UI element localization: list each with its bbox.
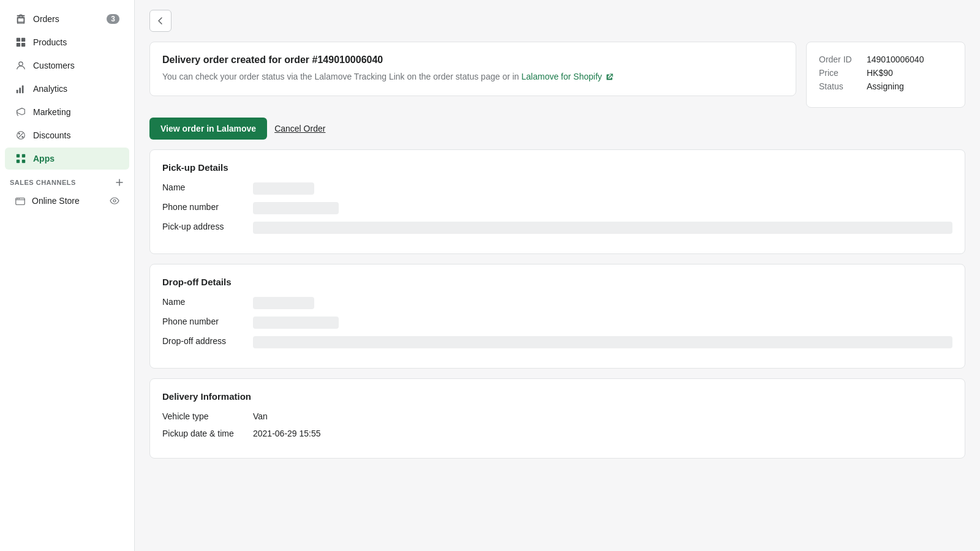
- sidebar-item-discounts[interactable]: Discounts: [5, 124, 129, 146]
- dropoff-phone-value: [253, 317, 339, 329]
- delivery-card-title: Delivery order created for order #149010…: [162, 54, 783, 66]
- order-id-label: Order ID: [819, 54, 862, 64]
- orders-badge: 3: [107, 14, 119, 24]
- svg-point-5: [19, 62, 23, 66]
- svg-rect-0: [18, 16, 24, 17]
- pickup-name-row: Name: [162, 182, 952, 195]
- pickup-address-label: Pick-up address: [162, 222, 248, 231]
- svg-rect-6: [17, 90, 18, 93]
- vehicle-type-label: Vehicle type: [162, 411, 248, 421]
- svg-rect-1: [17, 38, 20, 42]
- pickup-address-row: Pick-up address: [162, 222, 952, 234]
- svg-rect-3: [17, 43, 20, 47]
- pickup-address-value: [253, 222, 952, 234]
- svg-point-11: [21, 136, 23, 138]
- top-content-row: Delivery order created for order #149010…: [149, 42, 965, 108]
- back-button[interactable]: [149, 10, 172, 32]
- sidebar-item-apps-label: Apps: [33, 154, 55, 163]
- add-sales-channel-icon[interactable]: [115, 178, 124, 187]
- dropoff-address-row: Drop-off address: [162, 336, 952, 348]
- order-info-card: Order ID 149010006040 Price HK$90 Status…: [806, 42, 965, 108]
- apps-icon: [15, 152, 27, 165]
- sales-channels-label: SALES CHANNELS: [10, 179, 76, 186]
- cancel-order-button[interactable]: Cancel Order: [274, 124, 325, 133]
- pickup-section-title: Pick-up Details: [162, 162, 952, 173]
- dropoff-name-row: Name: [162, 297, 952, 309]
- vehicle-type-value: Van: [253, 411, 268, 421]
- pickup-datetime-value: 2021-06-29 15:55: [253, 429, 321, 438]
- delivery-card-subtitle-text: You can check your order status via the …: [162, 72, 519, 81]
- sidebar: Orders 3 Products Customers: [0, 0, 135, 551]
- svg-rect-12: [17, 154, 20, 157]
- delivery-info-card: Delivery Information Vehicle type Van Pi…: [149, 378, 965, 459]
- orders-icon: [15, 13, 27, 25]
- pickup-phone-value: [253, 202, 339, 214]
- order-id-value: 149010006040: [867, 54, 924, 64]
- svg-rect-4: [21, 43, 25, 47]
- marketing-icon: [15, 106, 27, 118]
- pickup-datetime-row: Pickup date & time 2021-06-29 15:55: [162, 429, 952, 438]
- lalamove-link[interactable]: Lalamove for Shopify: [521, 72, 612, 81]
- main-content: Delivery order created for order #149010…: [135, 0, 980, 551]
- pickup-details-card: Pick-up Details Name Phone number Pick-u…: [149, 149, 965, 254]
- pickup-phone-label: Phone number: [162, 202, 248, 212]
- dropoff-address-label: Drop-off address: [162, 336, 248, 346]
- svg-rect-13: [22, 154, 25, 157]
- view-order-button[interactable]: View order in Lalamove: [149, 118, 267, 140]
- sidebar-item-analytics[interactable]: Analytics: [5, 78, 129, 100]
- dropoff-name-value: [253, 297, 314, 309]
- discounts-icon: [15, 129, 27, 141]
- sidebar-item-products[interactable]: Products: [5, 31, 129, 53]
- dropoff-address-value: [253, 336, 952, 348]
- price-row: Price HK$90: [819, 68, 952, 78]
- external-link-icon: [606, 73, 613, 81]
- status-label: Status: [819, 81, 862, 91]
- svg-rect-2: [21, 38, 25, 42]
- dropoff-details-card: Drop-off Details Name Phone number Drop-…: [149, 264, 965, 369]
- sidebar-item-products-label: Products: [33, 37, 67, 47]
- sidebar-item-apps[interactable]: Apps: [5, 148, 129, 170]
- sidebar-item-orders-label: Orders: [33, 14, 59, 24]
- sidebar-item-orders[interactable]: Orders 3: [5, 8, 129, 30]
- analytics-icon: [15, 83, 27, 95]
- status-value: Assigning: [867, 81, 904, 91]
- delivery-created-card: Delivery order created for order #149010…: [149, 42, 796, 96]
- action-buttons-row: View order in Lalamove Cancel Order: [149, 118, 965, 140]
- sidebar-item-online-store[interactable]: Online Store: [5, 190, 129, 211]
- sidebar-item-marketing[interactable]: Marketing: [5, 101, 129, 123]
- sales-channels-section: SALES CHANNELS: [0, 170, 134, 190]
- sidebar-item-customers-label: Customers: [33, 61, 75, 70]
- eye-icon[interactable]: [110, 196, 119, 206]
- sidebar-item-marketing-label: Marketing: [33, 107, 70, 117]
- order-id-row: Order ID 149010006040: [819, 54, 952, 64]
- pickup-datetime-label: Pickup date & time: [162, 429, 248, 438]
- delivery-card-subtitle: You can check your order status via the …: [162, 70, 783, 83]
- sidebar-item-discounts-label: Discounts: [33, 130, 70, 140]
- svg-rect-7: [19, 88, 21, 93]
- svg-rect-8: [22, 86, 24, 94]
- price-value: HK$90: [867, 68, 893, 78]
- online-store-label: Online Store: [32, 196, 80, 206]
- online-store-icon: [15, 195, 26, 206]
- dropoff-phone-row: Phone number: [162, 317, 952, 329]
- svg-rect-14: [17, 160, 20, 163]
- svg-point-18: [18, 198, 19, 199]
- dropoff-section-title: Drop-off Details: [162, 277, 952, 287]
- online-store-right: [110, 196, 119, 206]
- svg-rect-15: [22, 160, 25, 163]
- price-label: Price: [819, 68, 862, 78]
- pickup-phone-row: Phone number: [162, 202, 952, 214]
- pickup-name-value: [253, 182, 314, 195]
- pickup-name-label: Name: [162, 182, 248, 192]
- customers-icon: [15, 59, 27, 72]
- dropoff-phone-label: Phone number: [162, 317, 248, 326]
- products-icon: [15, 36, 27, 48]
- sidebar-item-analytics-label: Analytics: [33, 84, 67, 94]
- dropoff-name-label: Name: [162, 297, 248, 307]
- sidebar-item-customers[interactable]: Customers: [5, 54, 129, 77]
- svg-point-19: [113, 200, 116, 202]
- vehicle-type-row: Vehicle type Van: [162, 411, 952, 421]
- online-store-left: Online Store: [15, 195, 80, 206]
- svg-point-17: [17, 198, 18, 199]
- status-row: Status Assigning: [819, 81, 952, 91]
